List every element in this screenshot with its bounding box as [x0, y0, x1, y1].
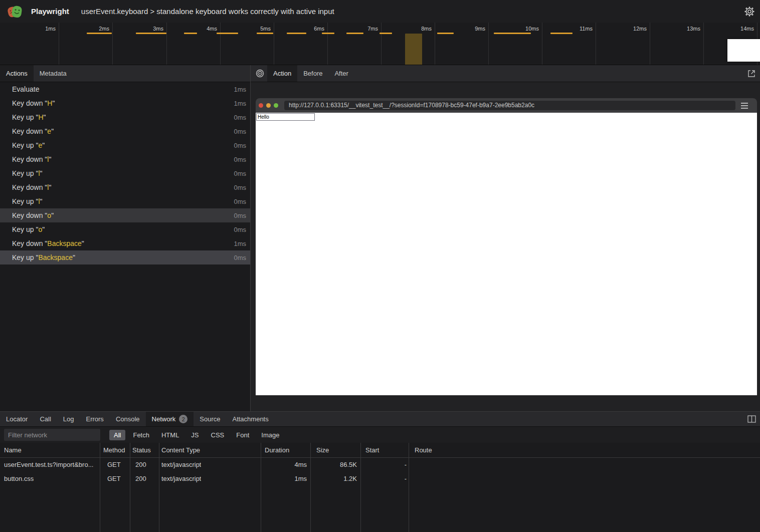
playwright-logo-icon [6, 3, 23, 20]
filter-chip-image[interactable]: Image [257, 430, 284, 440]
column-header-method[interactable]: Method [103, 443, 125, 458]
timeline-selected-action-bar[interactable] [405, 34, 422, 65]
tab-locator[interactable]: Locator [0, 412, 34, 426]
filter-chip-all[interactable]: All [109, 430, 125, 440]
test-title: userEvent.keyboard > standalone keyboard… [81, 7, 334, 16]
column-header-status[interactable]: Status [132, 443, 151, 458]
action-list-item[interactable]: Key down "l"0ms [0, 180, 250, 194]
timeline-action-bar[interactable] [287, 33, 306, 34]
cell-content-type: text/javascript [161, 472, 201, 486]
open-external-icon[interactable] [747, 69, 756, 78]
filter-chip-js[interactable]: JS [186, 430, 203, 440]
action-duration: 0ms [234, 198, 246, 205]
column-separator[interactable] [409, 443, 409, 532]
tab-after[interactable]: After [328, 65, 354, 82]
pick-locator-target-icon[interactable] [256, 65, 264, 82]
tab-badge: 2 [179, 415, 187, 423]
tab-attachments[interactable]: Attachments [226, 412, 274, 426]
action-duration: 0ms [234, 114, 246, 121]
split-view-icon[interactable] [747, 415, 756, 423]
action-name: Key up [12, 113, 34, 121]
action-title: Key up "H" [12, 113, 234, 121]
tab-source[interactable]: Source [194, 412, 226, 426]
snapshot-url-bar: http://127.0.0.1:63315/__vitest_test__/?… [284, 101, 735, 110]
column-separator[interactable] [310, 443, 311, 532]
column-header-content-type[interactable]: Content Type [161, 443, 200, 458]
timeline-action-bar[interactable] [322, 33, 334, 34]
column-header-route[interactable]: Route [415, 443, 432, 458]
action-duration: 0ms [234, 212, 246, 219]
action-duration: 1ms [234, 100, 246, 107]
action-name: Key down [12, 99, 43, 107]
action-title: Key up "l" [12, 197, 234, 205]
action-list-item[interactable]: Key up "e"0ms [0, 138, 250, 152]
column-header-name[interactable]: Name [4, 443, 22, 458]
settings-gear-icon[interactable] [744, 6, 755, 17]
action-key-value: o [47, 211, 51, 219]
network-filter-input[interactable] [4, 429, 100, 441]
cell-method: GET [107, 472, 121, 486]
filter-chip-font[interactable]: Font [232, 430, 254, 440]
tab-call[interactable]: Call [34, 412, 57, 426]
action-name: Key down [12, 239, 43, 247]
timeline-action-bar[interactable] [494, 33, 531, 34]
tab-errors[interactable]: Errors [80, 412, 109, 426]
column-separator[interactable] [261, 443, 261, 532]
column-header-start[interactable]: Start [365, 443, 379, 458]
tab-label: Log [63, 415, 74, 423]
action-list-item[interactable]: Evaluate1ms [0, 82, 250, 96]
timeline-tick-label: 13ms [668, 26, 700, 33]
tab-log[interactable]: Log [57, 412, 80, 426]
timeline-action-bar[interactable] [257, 33, 273, 34]
action-list-item[interactable]: Key up "l"0ms [0, 194, 250, 208]
column-separator[interactable] [360, 443, 361, 532]
timeline-action-bar[interactable] [379, 33, 392, 34]
action-list-item[interactable]: Key down "l"0ms [0, 152, 250, 166]
action-list-item[interactable]: Key down "Backspace"1ms [0, 236, 250, 250]
column-separator[interactable] [159, 443, 159, 532]
tab-metadata[interactable]: Metadata [34, 65, 73, 82]
tab-before[interactable]: Before [297, 65, 328, 82]
network-request-row[interactable]: button.cssGET200text/javascript1ms1.2K- [0, 472, 760, 486]
action-title: Key down "l" [12, 155, 234, 163]
tab-network[interactable]: Network2 [146, 412, 194, 426]
tab-action[interactable]: Action [267, 65, 297, 82]
timeline-action-bar[interactable] [184, 33, 197, 34]
timeline-tick-label: 8ms [400, 26, 432, 33]
filter-chip-fetch[interactable]: Fetch [128, 430, 154, 440]
tab-actions[interactable]: Actions [0, 65, 34, 82]
timeline-action-bar[interactable] [437, 33, 454, 34]
timeline-ruler[interactable]: 1ms2ms3ms4ms5ms6ms7ms8ms9ms10ms11ms12ms1… [0, 23, 760, 65]
snapshot-text-input[interactable]: Hello [256, 113, 315, 121]
timeline-action-bar[interactable] [550, 33, 573, 34]
timeline-tick-label: 3ms [131, 26, 163, 33]
network-request-row[interactable]: userEvent.test.ts?import&bro...GET200tex… [0, 458, 760, 472]
filter-chip-css[interactable]: CSS [207, 430, 229, 440]
cell-name: button.css [4, 472, 34, 486]
action-list-item[interactable]: Key up "Backspace"0ms [0, 250, 250, 264]
action-list-item[interactable]: Key up "l"0ms [0, 166, 250, 180]
action-list-item[interactable]: Key down "H"1ms [0, 96, 250, 110]
timeline-action-bar[interactable] [346, 33, 363, 34]
action-list-item[interactable]: Key up "H"0ms [0, 110, 250, 124]
timeline-action-bar[interactable] [136, 33, 166, 34]
action-list-item[interactable]: Key down "o"0ms [0, 208, 250, 222]
action-key-value: o [38, 225, 42, 233]
action-list-item[interactable]: Key up "o"0ms [0, 222, 250, 236]
details-panel: LocatorCallLogErrorsConsoleNetwork2Sourc… [0, 411, 760, 532]
column-header-duration[interactable]: Duration [265, 443, 289, 458]
action-list-item[interactable]: Key down "e"0ms [0, 124, 250, 138]
timeline-action-bar[interactable] [217, 33, 238, 34]
cell-name: userEvent.test.ts?import&bro... [4, 458, 93, 472]
column-separator[interactable] [130, 443, 130, 532]
tab-label: Action [273, 70, 291, 77]
timeline-gridline [220, 23, 221, 65]
action-name: Key up [12, 169, 34, 177]
cell-duration: 1ms [294, 472, 307, 486]
column-separator[interactable] [100, 443, 100, 532]
filter-chip-html[interactable]: HTML [157, 430, 183, 440]
action-title: Key down "H" [12, 99, 234, 107]
column-header-size[interactable]: Size [316, 443, 329, 458]
tab-console[interactable]: Console [110, 412, 146, 426]
timeline-action-bar[interactable] [87, 33, 112, 34]
